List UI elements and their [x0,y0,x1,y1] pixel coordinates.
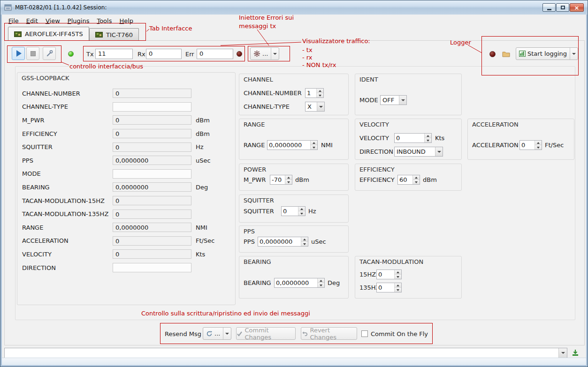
pps-spinner[interactable]: 0,0000000 [258,237,308,247]
spin-up-icon[interactable] [317,89,323,93]
spin-down-icon[interactable] [285,180,292,184]
acceleration-spinner[interactable]: 0 [519,140,542,150]
close-button[interactable]: × [570,3,584,12]
chevron-down-icon[interactable] [570,48,578,60]
gss-row: BEARING0,0000000Deg [22,180,232,194]
chevron-down-icon[interactable] [317,102,324,111]
spin-up-icon[interactable] [298,207,305,211]
spin-down-icon[interactable] [301,241,308,246]
spin-down-icon[interactable] [425,138,431,142]
field-label: M_PWR [244,176,266,183]
unit-label: NMI [196,224,207,231]
menu-item-help[interactable]: Help [115,15,137,26]
readonly-field: 0 [113,129,191,138]
channel-number-spinner[interactable]: 1 [305,88,324,98]
spin-down-icon[interactable] [535,145,542,150]
squitter-spinner[interactable]: 0 [281,206,305,216]
tacan-15hz-spinner[interactable]: 0 [376,270,402,279]
ident-mode-select[interactable]: OFF [380,95,407,105]
group-title: EFFICIENCY [359,166,395,173]
error-injector-button[interactable]: ... [250,47,279,60]
channel-type-select[interactable]: X [305,102,325,112]
menu-item-view[interactable]: View [42,15,64,26]
commit-changes-button[interactable]: Commit Changes [236,327,296,340]
menu-label: elp [124,17,133,24]
chevron-down-icon[interactable] [399,96,406,105]
resend-msg-label: Resend Msg [165,330,201,337]
field-label: TACAN-MODULATION-15HZ [22,197,113,204]
spinner-arrows [412,175,420,184]
gss-row: CHANNEL-TYPE [22,100,232,114]
spin-down-icon[interactable] [317,93,323,97]
spin-up-icon[interactable] [395,283,401,287]
start-bus-button[interactable] [12,47,25,60]
board-icon [95,32,103,37]
spinner-value: 0,0000000 [258,237,301,246]
group-ident: IDENT MODE OFF [355,74,462,115]
readonly-field [113,169,191,179]
rx-label: Rx [137,51,145,58]
revert-changes-button[interactable]: Revert Changes [301,327,357,340]
start-logging-button[interactable]: Start logging [516,47,578,60]
group-title: BEARING [244,258,271,265]
menu-item-plugins[interactable]: Plugins [64,15,93,26]
chevron-down-icon[interactable] [271,48,279,60]
chevron-down-icon[interactable] [558,348,567,358]
stop-bus-button[interactable] [26,47,39,60]
spin-up-icon[interactable] [535,141,542,145]
save-message-button[interactable] [570,347,581,359]
resend-msg-button[interactable]: ... [203,327,231,340]
spin-down-icon[interactable] [413,180,420,184]
commit-label: Commit Changes [245,327,296,341]
tab-aeroflex-iff45ts[interactable]: AEROFLEX-IFF45TS [8,27,89,41]
app-window: MBT-0282/01 [1.1.0.42] Session: × File E… [0,0,588,367]
field-label: RANGE [22,224,113,231]
tacan-135hz-spinner[interactable]: 0 [376,283,402,292]
spinner-value: 0 [377,283,394,292]
app-icon [4,4,12,11]
menu-item-edit[interactable]: Edit [23,15,42,26]
field-label: DIRECTION [22,264,113,271]
configure-bus-button[interactable] [43,47,56,60]
gss-row: TACAN-MODULATION-135HZ0 [22,207,232,221]
more-dots-label: ... [262,50,268,57]
velocity-spinner[interactable]: 0 [394,133,432,143]
spin-down-icon[interactable] [395,287,401,292]
window-title: MBT-0282/01 [1.1.0.42] Session: [15,4,107,11]
menu-item-tools[interactable]: Tools [93,15,115,26]
direction-select[interactable]: INBOUND [394,147,443,157]
group-title: TACAN-MODULATION [359,258,423,265]
group-acceleration: ACCELERATION ACCELERATION 0 Ft/Sec [467,119,574,160]
spin-up-icon[interactable] [425,134,431,138]
chevron-down-icon[interactable] [223,328,231,339]
spin-up-icon[interactable] [301,237,308,241]
spin-up-icon[interactable] [285,175,292,180]
check-icon [237,331,243,337]
range-spinner[interactable]: 0,0000000 [267,140,318,150]
group-velocity: VELOCITY VELOCITY 0 Kts DIRECTION INBOUN… [355,119,462,160]
spin-up-icon[interactable] [395,270,401,274]
spin-up-icon[interactable] [318,278,324,283]
spin-down-icon[interactable] [311,145,317,150]
message-combobox[interactable] [4,348,567,358]
minimize-button[interactable] [542,3,556,12]
spin-down-icon[interactable] [318,283,324,287]
spin-down-icon[interactable] [395,274,401,279]
commit-on-fly-checkbox[interactable] [361,330,368,337]
maximize-button[interactable] [556,3,569,12]
open-log-folder-button[interactable] [500,48,512,60]
spinner-value: 60 [398,175,412,184]
spinner-value: -70 [270,175,285,184]
spin-up-icon[interactable] [311,141,317,145]
mpwr-spinner[interactable]: -70 [270,175,292,185]
tab-label: TIC-T760 [106,31,133,38]
spin-down-icon[interactable] [298,211,305,216]
tab-tic-t760[interactable]: TIC-T760 [89,28,139,41]
readonly-field: 0 [113,142,191,152]
chevron-down-icon[interactable] [435,147,443,156]
spin-up-icon[interactable] [413,175,420,180]
efficiency-spinner[interactable]: 60 [397,175,420,185]
field-label: M_PWR [22,117,113,124]
menu-item-file[interactable]: File [5,15,23,26]
bearing-spinner[interactable]: 0,0000000 [274,278,325,288]
